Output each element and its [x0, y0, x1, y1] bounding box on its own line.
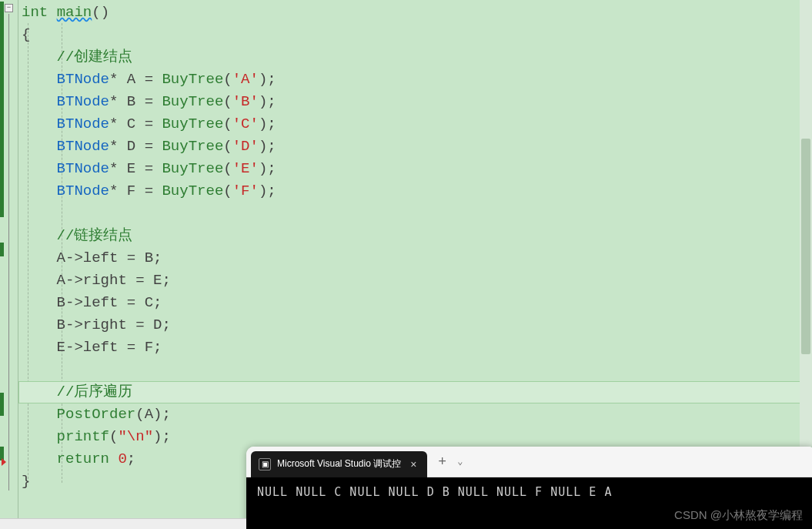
code-line[interactable]: //链接结点	[18, 225, 812, 247]
var-a: A	[118, 71, 144, 88]
func-buytree: BuyTree	[153, 138, 223, 155]
code-line[interactable]: A->left = B;	[18, 247, 812, 270]
func-buytree: BuyTree	[153, 182, 223, 199]
paren-open: (	[223, 71, 232, 88]
status-bar	[0, 518, 246, 529]
parens: ()	[92, 4, 109, 21]
paren-open: (	[223, 138, 232, 155]
equals: =	[145, 71, 153, 88]
type-btnode: BTNode	[57, 116, 109, 132]
stmt: A->left = B;	[57, 249, 162, 266]
code-line[interactable]: {	[18, 24, 812, 46]
paren-open: (	[223, 93, 232, 110]
change-marker	[0, 243, 4, 256]
terminal-icon: ▣	[259, 458, 271, 470]
star: *	[109, 116, 118, 132]
type-btnode: BTNode	[57, 182, 109, 199]
editor-gutter: −	[0, 0, 18, 529]
code-line[interactable]: PostOrder(A);	[18, 403, 812, 426]
keyword-int: int	[22, 4, 48, 21]
func-printf: printf	[57, 428, 109, 445]
close-icon[interactable]: ×	[407, 458, 419, 470]
code-line[interactable]: BTNode* C = BuyTree('C');	[18, 113, 812, 136]
code-line[interactable]: BTNode* F = BuyTree('F');	[18, 180, 812, 203]
var-d: D	[118, 138, 144, 155]
tab-dropdown-icon[interactable]: ⌄	[457, 456, 463, 467]
char-literal: 'D'	[232, 138, 259, 155]
change-marker	[0, 2, 4, 217]
char-literal: 'F'	[232, 182, 259, 199]
scrollbar-thumb[interactable]	[801, 139, 810, 354]
code-line-blank[interactable]	[18, 359, 812, 381]
equals: =	[145, 138, 153, 155]
equals: =	[145, 116, 153, 132]
char-literal: 'E'	[232, 160, 259, 177]
paren-open: (	[223, 182, 232, 199]
comment: //链接结点	[57, 227, 133, 244]
terminal-tab-active[interactable]: ▣ Microsoft Visual Studio 调试控 ×	[251, 451, 427, 477]
paren-close: );	[259, 160, 276, 177]
terminal-tab-title: Microsoft Visual Studio 调试控	[277, 457, 401, 470]
debug-console-window: ▣ Microsoft Visual Studio 调试控 × + ⌄ NULL…	[246, 447, 812, 529]
func-buytree: BuyTree	[153, 93, 223, 110]
char-literal: 'A'	[232, 71, 259, 88]
semicolon: ;	[127, 450, 135, 467]
code-line[interactable]: BTNode* B = BuyTree('B');	[18, 91, 812, 113]
terminal-tabbar: ▣ Microsoft Visual Studio 调试控 × + ⌄	[246, 447, 812, 477]
code-line[interactable]: B->left = C;	[18, 292, 812, 314]
type-btnode: BTNode	[57, 71, 109, 88]
function-main: main	[57, 4, 92, 21]
code-line[interactable]: BTNode* A = BuyTree('A');	[18, 69, 812, 91]
paren-close: );	[259, 182, 276, 199]
code-line[interactable]: //创建结点	[18, 46, 812, 69]
keyword-return: return	[57, 450, 109, 467]
paren-open: (	[109, 428, 118, 445]
code-line[interactable]: printf("\n");	[18, 426, 812, 448]
type-btnode: BTNode	[57, 138, 109, 155]
equals: =	[145, 93, 153, 110]
change-marker	[0, 393, 4, 416]
type-btnode: BTNode	[57, 93, 109, 110]
error-marker-icon	[2, 458, 6, 466]
string-literal: "\n"	[118, 428, 153, 445]
comment: //后序遍历	[57, 383, 133, 400]
console-output-text: NULL NULL C NULL NULL D B NULL NULL F NU…	[257, 485, 612, 499]
code-line[interactable]: int main()	[18, 2, 812, 24]
code-line[interactable]: E->left = F;	[18, 336, 812, 359]
star: *	[109, 71, 118, 88]
code-line-highlighted[interactable]: //后序遍历	[18, 381, 812, 403]
equals: =	[145, 160, 153, 177]
code-line[interactable]: BTNode* D = BuyTree('D');	[18, 136, 812, 158]
stmt: A->right = E;	[57, 272, 171, 289]
var-f: F	[118, 182, 144, 199]
paren-close: );	[259, 71, 276, 88]
fold-toggle-icon[interactable]: −	[5, 4, 13, 12]
star: *	[109, 93, 118, 110]
comment: //创建结点	[57, 49, 133, 65]
type-btnode: BTNode	[57, 160, 109, 177]
func-postorder: PostOrder	[57, 406, 136, 423]
paren-close: );	[153, 428, 171, 445]
code-line[interactable]: B->right = D;	[18, 314, 812, 336]
terminal-output[interactable]: NULL NULL C NULL NULL D B NULL NULL F NU…	[246, 477, 812, 529]
code-line-blank[interactable]	[18, 203, 812, 225]
new-tab-button[interactable]: +	[438, 454, 446, 470]
arg-a: A	[145, 406, 153, 423]
var-e: E	[118, 160, 144, 177]
func-buytree: BuyTree	[153, 116, 223, 132]
paren-close: );	[259, 116, 276, 132]
stmt: E->left = F;	[57, 339, 162, 356]
char-literal: 'B'	[232, 93, 259, 110]
code-line[interactable]: BTNode* E = BuyTree('E');	[18, 158, 812, 180]
var-c: C	[118, 116, 144, 132]
vertical-scrollbar[interactable]	[800, 0, 812, 447]
func-buytree: BuyTree	[153, 71, 223, 88]
fold-line	[8, 14, 9, 490]
var-b: B	[118, 93, 144, 110]
code-line[interactable]: A->right = E;	[18, 270, 812, 292]
stmt: B->left = C;	[57, 294, 162, 311]
func-buytree: BuyTree	[153, 160, 223, 177]
number-zero: 0	[109, 450, 127, 467]
paren-open: (	[223, 160, 232, 177]
paren-close: );	[259, 93, 276, 110]
